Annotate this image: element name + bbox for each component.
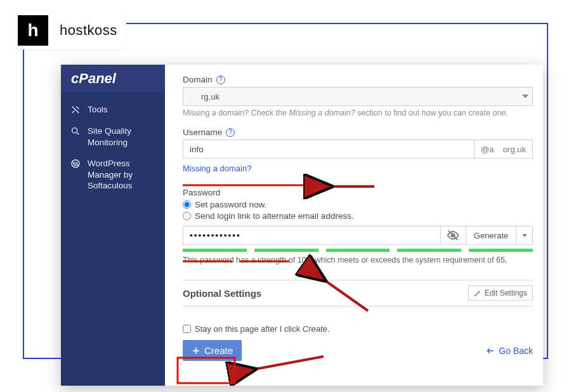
- help-icon[interactable]: ?: [226, 128, 235, 137]
- stay-on-page-checkbox[interactable]: [183, 325, 191, 333]
- domain-select[interactable]: rg.uk: [183, 87, 533, 106]
- password-option-now-label: Set password now.: [195, 200, 266, 209]
- cpanel-window: cPanel Tools Site Quality Monitoring Wor…: [61, 65, 543, 386]
- wordpress-icon: [70, 158, 81, 169]
- password-strength-text: This password has a strength of 100, whi…: [183, 256, 533, 265]
- svg-point-0: [72, 128, 77, 133]
- password-input[interactable]: [183, 226, 441, 245]
- plus-icon: [192, 346, 200, 355]
- eye-off-icon: [447, 229, 459, 242]
- sidebar-item-site-quality[interactable]: Site Quality Monitoring: [61, 121, 165, 153]
- main-panel: Domain ? rg.uk Missing a domain? Check t…: [165, 65, 543, 386]
- tools-icon: [70, 104, 81, 115]
- sidebar-item-label: WordPress Manager by Softaculous: [88, 158, 157, 192]
- password-radio-link[interactable]: [183, 212, 191, 220]
- sidebar: cPanel Tools Site Quality Monitoring Wor…: [61, 65, 165, 386]
- hostkoss-logo: h: [18, 15, 48, 46]
- hostkoss-name: hostkoss: [60, 22, 117, 39]
- create-button[interactable]: Create: [183, 340, 242, 361]
- toggle-visibility-button[interactable]: [441, 226, 466, 245]
- password-label: Password: [183, 188, 533, 197]
- sidebar-item-label: Tools: [88, 104, 108, 115]
- arrow-left-icon: [486, 346, 495, 355]
- domain-label: Domain ?: [183, 75, 533, 84]
- password-option-link-label: Send login link to alternate email addre…: [195, 211, 354, 221]
- generate-dropdown[interactable]: [516, 226, 533, 245]
- password-radio-now[interactable]: [183, 200, 191, 209]
- missing-domain-link-row: Missing a domain?: [183, 162, 533, 174]
- stay-on-page-checkbox-row[interactable]: Stay on this page after I click Create.: [183, 324, 533, 334]
- username-suffix: @a org.uk: [475, 140, 533, 159]
- generate-button[interactable]: Generate: [466, 226, 516, 245]
- username-label: Username ?: [183, 127, 533, 137]
- stay-on-page-label: Stay on this page after I click Create.: [195, 324, 329, 334]
- pencil-icon: [474, 289, 482, 297]
- domain-select-value: rg.uk: [201, 92, 220, 101]
- optional-settings-title: Optional Settings: [183, 288, 261, 299]
- username-input[interactable]: [183, 140, 475, 159]
- sidebar-item-wordpress[interactable]: WordPress Manager by Softaculous: [61, 153, 165, 197]
- password-strength-bar: [183, 249, 533, 252]
- domain-hint: Missing a domain? Check the Missing a do…: [183, 108, 533, 117]
- help-icon[interactable]: ?: [216, 75, 225, 84]
- sidebar-item-label: Site Quality Monitoring: [88, 126, 157, 148]
- sidebar-item-tools[interactable]: Tools: [61, 99, 165, 121]
- hostkoss-badge: h hostkoss: [14, 11, 126, 49]
- password-option-now[interactable]: Set password now.: [183, 200, 533, 209]
- chevron-down-icon: [522, 95, 528, 98]
- cpanel-logo: cPanel: [61, 65, 165, 93]
- password-option-link[interactable]: Send login link to alternate email addre…: [183, 211, 533, 221]
- edit-settings-button[interactable]: Edit Settings: [468, 285, 533, 301]
- search-quality-icon: [70, 126, 81, 137]
- missing-domain-link[interactable]: Missing a domain?: [183, 164, 251, 173]
- go-back-link[interactable]: Go Back: [486, 346, 533, 356]
